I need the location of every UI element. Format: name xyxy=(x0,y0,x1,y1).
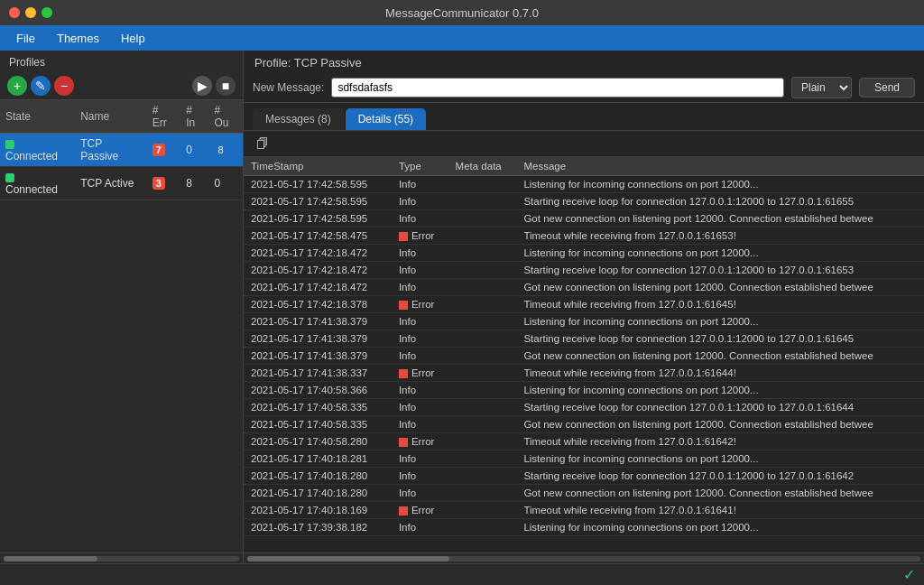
col-meta: Meta data xyxy=(448,157,517,176)
title-bar: MessageCommunicator 0.7.0 xyxy=(0,0,924,25)
stop-button[interactable]: ■ xyxy=(216,76,236,96)
row-timestamp: 2021-05-17 17:40:58.335 xyxy=(244,416,392,433)
right-horizontal-scrollbar[interactable] xyxy=(244,552,924,563)
row-meta xyxy=(448,416,517,433)
right-panel: Profile: TCP Passive New Message: PlainX… xyxy=(244,51,924,563)
row-timestamp: 2021-05-17 17:40:58.280 xyxy=(244,433,392,450)
row-timestamp: 2021-05-17 17:40:58.366 xyxy=(244,382,392,399)
profile-row[interactable]: Connected TCP Active 3 8 0 xyxy=(0,167,243,200)
profiles-toolbar: + ✎ − ▶ ■ xyxy=(0,72,243,100)
table-row: 2021-05-17 17:40:18.280 Info Got new con… xyxy=(244,485,924,502)
row-type: Info xyxy=(392,468,448,485)
table-row: 2021-05-17 17:42:58.475 Error Timeout wh… xyxy=(244,228,924,245)
row-type: Error xyxy=(392,228,448,245)
profile-out: 0 xyxy=(209,167,243,200)
row-message: Listening for incoming connections on po… xyxy=(516,176,924,193)
row-timestamp: 2021-05-17 17:40:58.335 xyxy=(244,399,392,416)
table-row: 2021-05-17 17:41:38.379 Info Starting re… xyxy=(244,330,924,348)
left-panel: Profiles + ✎ − ▶ ■ State Name # Err # In… xyxy=(0,51,244,563)
row-meta xyxy=(448,330,517,348)
col-state: State xyxy=(0,100,75,134)
row-timestamp: 2021-05-17 17:42:58.595 xyxy=(244,176,392,193)
row-timestamp: 2021-05-17 17:41:38.337 xyxy=(244,365,392,382)
new-message-label: New Message: xyxy=(253,81,324,94)
row-timestamp: 2021-05-17 17:42:18.472 xyxy=(244,262,392,279)
row-type: Info xyxy=(392,382,448,399)
row-timestamp: 2021-05-17 17:41:38.379 xyxy=(244,330,392,348)
status-bar: ✓ xyxy=(0,563,924,585)
profile-out: 8 xyxy=(209,134,243,167)
row-message: Timeout while receiving from 127.0.0.1:6… xyxy=(516,296,924,313)
profile-state: Connected xyxy=(0,167,75,200)
profiles-header: Profiles xyxy=(0,51,243,72)
col-err: # Err xyxy=(147,100,180,134)
row-meta xyxy=(448,313,517,330)
table-row: 2021-05-17 17:40:18.280 Info Starting re… xyxy=(244,468,924,485)
menu-themes[interactable]: Themes xyxy=(48,29,108,48)
new-message-input[interactable] xyxy=(331,78,784,98)
status-checkmark: ✓ xyxy=(903,566,915,583)
send-button[interactable]: Send xyxy=(859,78,915,98)
edit-profile-button[interactable]: ✎ xyxy=(31,76,51,96)
row-message: Got new connection on listening port 120… xyxy=(516,485,924,502)
row-timestamp: 2021-05-17 17:40:18.169 xyxy=(244,502,392,519)
row-message: Timeout while receiving from 127.0.0.1:6… xyxy=(516,365,924,382)
col-name: Name xyxy=(75,100,147,134)
row-meta xyxy=(448,176,517,193)
row-meta xyxy=(448,193,517,210)
profile-row[interactable]: Connected TCP Passive 7 0 8 xyxy=(0,134,243,167)
profile-state: Connected xyxy=(0,134,75,167)
row-meta xyxy=(448,433,517,450)
table-row: 2021-05-17 17:40:58.335 Info Got new con… xyxy=(244,416,924,433)
row-meta xyxy=(448,468,517,485)
row-type: Info xyxy=(392,262,448,279)
table-row: 2021-05-17 17:42:18.378 Error Timeout wh… xyxy=(244,296,924,313)
row-message: Starting receive loop for connection 127… xyxy=(516,193,924,210)
tabs-bar: Messages (8)Details (55) xyxy=(244,103,924,131)
connect-button[interactable]: ▶ xyxy=(192,76,212,96)
details-table-container[interactable]: TimeStamp Type Meta data Message 2021-05… xyxy=(244,157,924,552)
row-meta xyxy=(448,296,517,313)
profile-in: 8 xyxy=(180,167,208,200)
row-timestamp: 2021-05-17 17:42:18.472 xyxy=(244,279,392,296)
row-type: Info xyxy=(392,416,448,433)
table-row: 2021-05-17 17:41:38.337 Error Timeout wh… xyxy=(244,365,924,382)
row-type: Info xyxy=(392,485,448,502)
row-message: Starting receive loop for connection 127… xyxy=(516,468,924,485)
traffic-lights xyxy=(9,7,52,18)
left-scrollbar[interactable] xyxy=(0,552,243,563)
type-select[interactable]: PlainXMLJSON xyxy=(791,77,852,98)
row-meta xyxy=(448,348,517,365)
row-timestamp: 2021-05-17 17:42:58.595 xyxy=(244,193,392,210)
row-message: Timeout while receiving from 127.0.0.1:6… xyxy=(516,228,924,245)
add-profile-button[interactable]: + xyxy=(7,76,27,96)
row-type: Error xyxy=(392,296,448,313)
details-table: TimeStamp Type Meta data Message 2021-05… xyxy=(244,157,924,536)
row-message: Listening for incoming connections on po… xyxy=(516,450,924,468)
table-row: 2021-05-17 17:40:58.280 Error Timeout wh… xyxy=(244,433,924,450)
menu-file[interactable]: File xyxy=(7,29,44,48)
row-timestamp: 2021-05-17 17:40:18.280 xyxy=(244,485,392,502)
row-timestamp: 2021-05-17 17:41:38.379 xyxy=(244,313,392,330)
row-message: Listening for incoming connections on po… xyxy=(516,382,924,399)
tab-1[interactable]: Details (55) xyxy=(346,108,426,130)
menu-bar: File Themes Help xyxy=(0,25,924,51)
row-type: Info xyxy=(392,330,448,348)
details-toolbar: 🗍 xyxy=(244,131,924,157)
row-timestamp: 2021-05-17 17:42:58.475 xyxy=(244,228,392,245)
delete-profile-button[interactable]: − xyxy=(54,76,74,96)
close-button[interactable] xyxy=(9,7,20,18)
row-message: Got new connection on listening port 120… xyxy=(516,416,924,433)
menu-help[interactable]: Help xyxy=(112,29,154,48)
maximize-button[interactable] xyxy=(42,7,52,18)
copy-button[interactable]: 🗍 xyxy=(253,135,273,153)
row-message: Listening for incoming connections on po… xyxy=(516,245,924,262)
row-meta xyxy=(448,228,517,245)
row-meta xyxy=(448,262,517,279)
row-message: Timeout while receiving from 127.0.0.1:6… xyxy=(516,433,924,450)
table-row: 2021-05-17 17:40:18.169 Error Timeout wh… xyxy=(244,502,924,519)
row-meta xyxy=(448,210,517,228)
minimize-button[interactable] xyxy=(25,7,36,18)
row-meta xyxy=(448,502,517,519)
tab-0[interactable]: Messages (8) xyxy=(253,108,344,130)
